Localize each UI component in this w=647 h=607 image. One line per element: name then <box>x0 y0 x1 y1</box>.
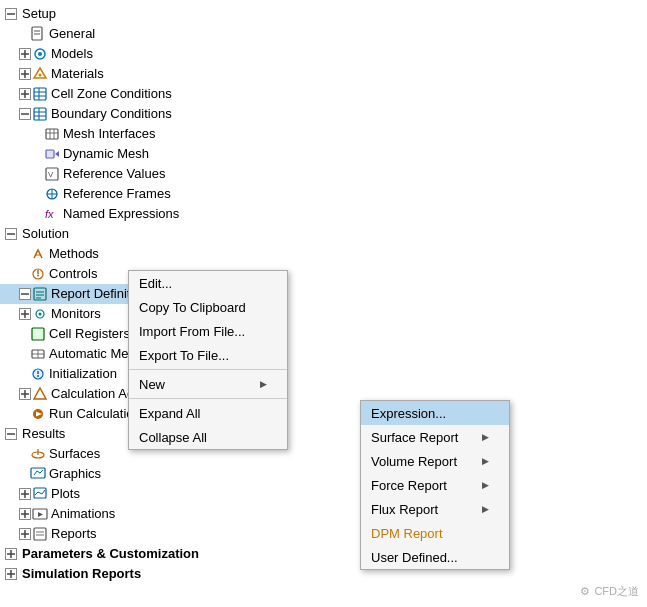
submenu-item-force-report[interactable]: Force Report <box>361 473 509 497</box>
menu-label-collapse-all: Collapse All <box>139 430 207 445</box>
tree-label-cell-registers: Cell Registers <box>49 324 130 344</box>
expand-icon-surfaces <box>18 447 30 461</box>
expand-icon-results[interactable] <box>4 427 18 441</box>
tree-label-models: Models <box>51 44 93 64</box>
watermark-text: CFD之道 <box>594 584 639 599</box>
submenu-item-dpm-report[interactable]: DPM Report <box>361 521 509 545</box>
expand-icon-models[interactable] <box>18 47 32 61</box>
tree-label-dynamic-mesh: Dynamic Mesh <box>63 144 149 164</box>
submenu-label-user-defined: User Defined... <box>371 550 458 565</box>
submenu-item-flux-report[interactable]: Flux Report <box>361 497 509 521</box>
tree-icon-reports <box>32 526 48 542</box>
tree-label-initialization: Initialization <box>49 364 117 384</box>
tree-item-mesh-interfaces[interactable]: Mesh Interfaces <box>0 124 240 144</box>
svg-rect-18 <box>34 88 46 100</box>
tree-icon-calc-activities <box>32 386 48 402</box>
tree-item-reports[interactable]: Reports <box>0 524 240 544</box>
svg-point-14 <box>39 74 42 77</box>
tree-icon-plots <box>32 486 48 502</box>
expand-icon-reference-values <box>32 167 44 181</box>
tree-label-surfaces: Surfaces <box>49 444 100 464</box>
svg-point-44 <box>37 275 39 277</box>
expand-icon-general <box>18 27 30 41</box>
expand-icon-calc-activities[interactable] <box>18 387 32 401</box>
submenu-label-expression: Expression... <box>371 406 446 421</box>
tree-icon-methods <box>30 246 46 262</box>
expand-icon-boundary[interactable] <box>18 107 32 121</box>
tree-label-run-calc: Run Calculation <box>49 404 141 424</box>
menu-item-collapse-all[interactable]: Collapse All <box>129 425 287 449</box>
tree-item-dynamic-mesh[interactable]: Dynamic Mesh <box>0 144 240 164</box>
tree-item-animations[interactable]: Animations <box>0 504 240 524</box>
expand-icon-solution[interactable] <box>4 227 18 241</box>
tree-item-methods[interactable]: Methods <box>0 244 240 264</box>
svg-rect-24 <box>34 108 46 120</box>
tree-item-models[interactable]: Models <box>0 44 240 64</box>
expand-icon-animations[interactable] <box>18 507 32 521</box>
svg-line-75 <box>37 471 40 473</box>
expand-icon-materials[interactable] <box>18 67 32 81</box>
tree-item-boundary[interactable]: Boundary Conditions <box>0 104 240 124</box>
submenu-label-surface-report: Surface Report <box>371 430 458 445</box>
expand-icon-dynamic-mesh <box>32 147 44 161</box>
svg-point-9 <box>38 52 42 56</box>
tree-label-methods: Methods <box>49 244 99 264</box>
tree-icon-auto-mesh <box>30 346 46 362</box>
tree-icon-run-calc <box>30 406 46 422</box>
expand-icon-cell-registers <box>18 327 30 341</box>
expand-icon-controls <box>18 267 30 281</box>
tree-label-reports: Reports <box>51 524 97 544</box>
submenu-item-volume-report[interactable]: Volume Report <box>361 449 509 473</box>
expand-icon-graphics <box>18 467 30 481</box>
submenu-item-surface-report[interactable]: Surface Report <box>361 425 509 449</box>
tree-item-params[interactable]: Parameters & Customization <box>0 544 240 564</box>
svg-rect-92 <box>34 528 46 540</box>
tree-item-cell-zone[interactable]: Cell Zone Conditions <box>0 84 240 104</box>
expand-icon-setup[interactable] <box>4 7 18 21</box>
menu-label-import-file: Import From File... <box>139 324 245 339</box>
submenu-item-user-defined[interactable]: User Defined... <box>361 545 509 569</box>
expand-icon-params[interactable] <box>4 547 18 561</box>
tree-item-setup[interactable]: Setup <box>0 4 240 24</box>
tree-icon-graphics <box>30 466 46 482</box>
tree-label-animations: Animations <box>51 504 115 524</box>
svg-rect-32 <box>46 150 54 158</box>
tree-item-reference-values[interactable]: VReference Values <box>0 164 240 184</box>
menu-item-copy-clipboard[interactable]: Copy To Clipboard <box>129 295 287 319</box>
expand-icon-plots[interactable] <box>18 487 32 501</box>
submenu-item-expression[interactable]: Expression... <box>361 401 509 425</box>
menu-item-expand-all[interactable]: Expand All <box>129 401 287 425</box>
menu-label-edit: Edit... <box>139 276 172 291</box>
expand-icon-sim-reports[interactable] <box>4 567 18 581</box>
expand-icon-reference-frames <box>32 187 44 201</box>
tree-item-materials[interactable]: Materials <box>0 64 240 84</box>
svg-rect-73 <box>31 468 45 478</box>
tree-icon-named-expressions: fx <box>44 206 60 222</box>
expand-icon-named-expressions <box>32 207 44 221</box>
tree-label-general: General <box>49 24 95 44</box>
tree-item-plots[interactable]: Plots <box>0 484 240 504</box>
tree-item-named-expressions[interactable]: fxNamed Expressions <box>0 204 240 224</box>
tree-item-solution[interactable]: Solution <box>0 224 240 244</box>
svg-marker-88 <box>38 512 43 517</box>
menu-item-edit[interactable]: Edit... <box>129 271 287 295</box>
tree-label-named-expressions: Named Expressions <box>63 204 179 224</box>
tree-label-boundary: Boundary Conditions <box>51 104 172 124</box>
tree-icon-general <box>30 26 46 42</box>
tree-label-reference-frames: Reference Frames <box>63 184 171 204</box>
tree-item-reference-frames[interactable]: Reference Frames <box>0 184 240 204</box>
tree-item-general[interactable]: General <box>0 24 240 44</box>
tree-icon-controls <box>30 266 46 282</box>
menu-item-new[interactable]: New <box>129 372 287 396</box>
submenu-label-flux-report: Flux Report <box>371 502 438 517</box>
expand-icon-report-definitions[interactable] <box>18 287 32 301</box>
expand-icon-cell-zone[interactable] <box>18 87 32 101</box>
menu-item-import-file[interactable]: Import From File... <box>129 319 287 343</box>
submenu-label-dpm-report: DPM Report <box>371 526 443 541</box>
tree-item-graphics[interactable]: Graphics <box>0 464 240 484</box>
menu-item-export-file[interactable]: Export To File... <box>129 343 287 367</box>
tree-item-sim-reports[interactable]: Simulation Reports <box>0 564 240 584</box>
expand-icon-monitors[interactable] <box>18 307 32 321</box>
expand-icon-reports[interactable] <box>18 527 32 541</box>
expand-icon-mesh-interfaces <box>32 127 44 141</box>
